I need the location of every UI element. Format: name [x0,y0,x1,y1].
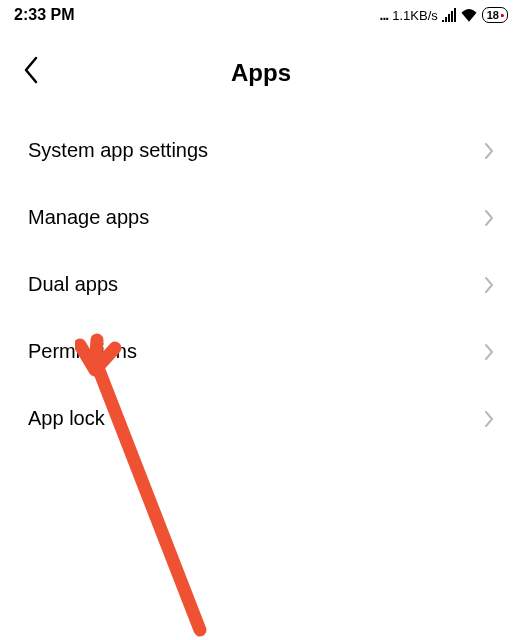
setting-label: System app settings [28,139,208,162]
status-bar: 2:33 PM ... 1.1KB/s 18 [0,0,522,28]
settings-list: System app settings Manage apps Dual app… [0,107,522,462]
chevron-right-icon [484,410,494,428]
setting-label: App lock [28,407,105,430]
status-time: 2:33 PM [14,6,74,24]
chevron-right-icon [484,276,494,294]
setting-permissions[interactable]: Permissions [0,318,522,385]
status-right: ... 1.1KB/s 18 [380,7,508,23]
setting-label: Dual apps [28,273,118,296]
setting-manage-apps[interactable]: Manage apps [0,184,522,251]
battery-icon: 18 [482,7,508,23]
wifi-icon [460,8,478,22]
signal-icon [442,8,456,22]
chevron-right-icon [484,209,494,227]
battery-level: 18 [487,9,499,21]
page-title: Apps [0,59,522,87]
setting-label: Manage apps [28,206,149,229]
chevron-right-icon [484,142,494,160]
data-speed: 1.1KB/s [392,8,438,23]
more-dots-icon: ... [380,7,389,23]
setting-app-lock[interactable]: App lock [0,385,522,452]
chevron-right-icon [484,343,494,361]
setting-label: Permissions [28,340,137,363]
page-header: Apps [0,28,522,107]
setting-dual-apps[interactable]: Dual apps [0,251,522,318]
setting-system-app-settings[interactable]: System app settings [0,117,522,184]
